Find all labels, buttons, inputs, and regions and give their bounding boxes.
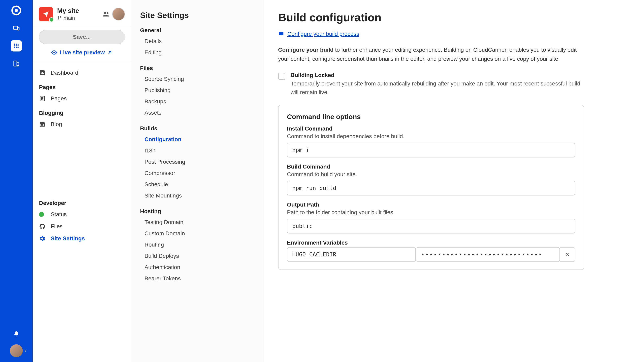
nav-blog[interactable]: Blog <box>32 118 131 130</box>
collaborators-icon[interactable] <box>102 10 110 18</box>
settings-sidebar: Site Settings General Details Editing Fi… <box>131 0 264 362</box>
svg-point-21 <box>54 52 55 53</box>
nav-files[interactable]: Files <box>32 220 131 233</box>
notifications-icon[interactable] <box>11 328 22 340</box>
svg-rect-28 <box>41 124 44 126</box>
env-remove-button[interactable] <box>560 247 575 262</box>
settings-title: Site Settings <box>140 11 255 20</box>
svg-point-17 <box>58 19 59 20</box>
rail-devices-icon[interactable] <box>11 22 22 34</box>
settings-item-backups[interactable]: Backups <box>140 96 255 107</box>
svg-rect-25 <box>43 73 44 74</box>
svg-point-1 <box>15 9 18 12</box>
nav-status[interactable]: Status <box>32 208 131 220</box>
nav-site-settings[interactable]: Site Settings <box>32 233 131 245</box>
settings-item-i18n[interactable]: I18n <box>140 145 255 156</box>
app-logo-icon <box>11 5 22 16</box>
output-path-input[interactable] <box>287 219 575 234</box>
site-logo-icon <box>39 7 53 21</box>
nav-heading-blogging: Blogging <box>32 105 131 118</box>
settings-item-configuration[interactable]: Configuration <box>140 134 255 145</box>
save-button[interactable]: Save... <box>39 30 125 44</box>
building-locked-row: Building Locked Temporarily prevent your… <box>278 72 584 97</box>
settings-item-schedule[interactable]: Schedule <box>140 179 255 190</box>
status-dot-icon <box>49 17 54 22</box>
pages-icon <box>39 95 46 102</box>
collaborator-avatar[interactable] <box>112 8 125 20</box>
github-icon <box>39 223 46 230</box>
svg-rect-3 <box>18 27 19 30</box>
building-locked-title: Building Locked <box>290 72 584 78</box>
book-icon <box>278 31 284 37</box>
settings-item-post-processing[interactable]: Post Processing <box>140 156 255 168</box>
settings-item-routing[interactable]: Routing <box>140 239 255 250</box>
site-branch: main <box>57 15 98 21</box>
cli-options-card: Command line options Install Command Com… <box>278 105 584 270</box>
nav-heading-pages: Pages <box>32 79 131 92</box>
building-locked-checkbox[interactable] <box>278 73 285 80</box>
svg-rect-13 <box>14 61 17 66</box>
svg-point-19 <box>104 12 106 14</box>
svg-point-6 <box>18 43 19 45</box>
primary-sidebar: My site main Save... Live site preview <box>32 0 131 362</box>
nav-pages[interactable]: Pages <box>32 92 131 105</box>
status-icon <box>39 212 46 217</box>
svg-point-11 <box>16 47 17 48</box>
settings-item-details[interactable]: Details <box>140 35 255 47</box>
svg-point-15 <box>17 65 19 66</box>
settings-item-editing[interactable]: Editing <box>140 47 255 58</box>
svg-point-10 <box>14 47 15 48</box>
live-preview-link[interactable]: Live site preview <box>39 49 125 56</box>
install-command-field: Install Command Command to install depen… <box>287 125 575 157</box>
install-command-input[interactable] <box>287 143 575 157</box>
settings-item-assets[interactable]: Assets <box>140 107 255 118</box>
settings-group-hosting: Hosting <box>140 208 255 215</box>
gear-icon <box>39 235 46 242</box>
settings-item-custom-domain[interactable]: Custom Domain <box>140 228 255 239</box>
doc-link[interactable]: Configure your build process <box>278 31 630 37</box>
primary-nav: Dashboard Pages Pages Blogging Blog Deve… <box>32 62 131 362</box>
svg-point-20 <box>107 12 108 14</box>
settings-item-testing-domain[interactable]: Testing Domain <box>140 217 255 228</box>
close-icon <box>565 252 570 257</box>
env-vars-field: Environment Variables <box>287 240 575 262</box>
branch-icon <box>57 16 62 20</box>
settings-item-publishing[interactable]: Publishing <box>140 85 255 96</box>
env-key-input[interactable] <box>287 247 416 262</box>
output-path-field: Output Path Path to the folder containin… <box>287 202 575 234</box>
settings-item-site-mountings[interactable]: Site Mountings <box>140 190 255 201</box>
rail-org-icon[interactable] <box>11 58 22 69</box>
main-content: Build configuration Configure your build… <box>264 0 644 362</box>
settings-group-builds: Builds <box>140 125 255 132</box>
nav-dashboard[interactable]: Dashboard <box>32 67 131 79</box>
settings-item-build-deploys[interactable]: Build Deploys <box>140 250 255 262</box>
settings-item-authentication[interactable]: Authentication <box>140 262 255 273</box>
svg-rect-23 <box>41 73 42 74</box>
building-locked-desc: Temporarily prevent your site from autom… <box>290 79 584 97</box>
env-value-input[interactable] <box>416 247 560 262</box>
settings-item-bearer-tokens[interactable]: Bearer Tokens <box>140 273 255 284</box>
build-command-field: Build Command Command to build your site… <box>287 163 575 195</box>
svg-point-7 <box>14 45 15 46</box>
svg-point-9 <box>18 45 19 46</box>
settings-item-source-syncing[interactable]: Source Syncing <box>140 73 255 85</box>
svg-rect-24 <box>42 72 43 74</box>
page-title: Build configuration <box>278 11 630 24</box>
site-header: My site main <box>32 0 131 26</box>
rail-apps-icon[interactable] <box>11 40 22 51</box>
settings-group-files: Files <box>140 65 255 71</box>
settings-item-compressor[interactable]: Compressor <box>140 168 255 179</box>
external-link-icon <box>107 50 112 55</box>
intro-text: Configure your build to further enhance … <box>278 45 584 63</box>
build-command-input[interactable] <box>287 181 575 195</box>
svg-rect-2 <box>14 26 18 29</box>
eye-icon <box>51 49 57 55</box>
nav-heading-developer: Developer <box>32 195 131 208</box>
site-name: My site <box>57 7 98 14</box>
icon-rail <box>0 0 32 362</box>
user-avatar[interactable] <box>10 344 23 357</box>
svg-point-12 <box>18 47 19 48</box>
dashboard-icon <box>39 70 46 76</box>
settings-group-general: General <box>140 27 255 33</box>
svg-point-5 <box>16 43 17 45</box>
